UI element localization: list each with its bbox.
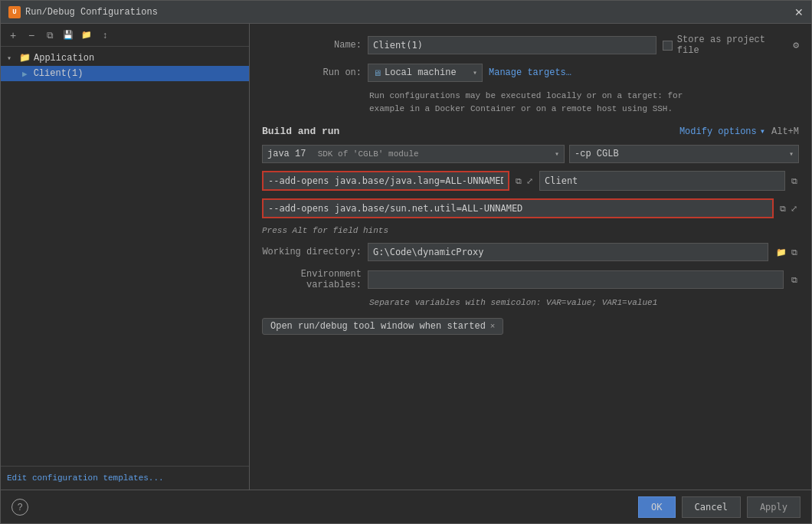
vm-options-row1: ⧉ ⤢ ⧉ [262, 171, 799, 191]
tree-label-client: Client(1) [34, 68, 83, 79]
gear-icon[interactable]: ⚙ [793, 39, 799, 51]
store-project-checkbox[interactable] [663, 41, 673, 51]
main-class-icon[interactable]: ⧉ [790, 175, 799, 188]
remove-config-button[interactable]: − [24, 28, 39, 43]
build-run-section-header: Build and run Modify options ▾ Alt+M [262, 126, 799, 137]
vm-options-copy-icon2[interactable]: ⧉ [778, 202, 787, 215]
run-on-dropdown[interactable]: 🖥 Local machine ▾ [368, 64, 483, 82]
vm-options-input1[interactable] [262, 171, 509, 191]
cancel-button[interactable]: Cancel [682, 496, 741, 518]
sdk-label: java 17 [267, 149, 306, 159]
env-vars-label: Environment variables: [262, 269, 362, 290]
name-row: Name: Store as project file ⚙ [262, 34, 799, 56]
dir-icons: 📁 ⧉ [774, 246, 799, 259]
sdk-dropdown[interactable]: java 17 SDK of 'CGLB' module ▾ [262, 145, 565, 163]
separate-vars-hint: Separate variables with semicolon: VAR=v… [369, 298, 799, 307]
working-dir-row: Working directory: 📁 ⧉ [262, 243, 799, 261]
store-project-label: Store as project file [677, 34, 788, 56]
local-machine-label: Local machine [385, 67, 457, 78]
right-panel: Name: Store as project file ⚙ Run on: 🖥 … [250, 24, 811, 490]
vm-options-copy-icon1[interactable]: ⧉ [514, 175, 523, 188]
modify-options-shortcut: Alt+M [771, 126, 799, 137]
name-label: Name: [262, 40, 362, 51]
apply-button[interactable]: Apply [747, 496, 801, 518]
vm-options-expand-icon1[interactable]: ⤢ [525, 175, 535, 188]
run-debug-tag: Open run/debug tool window when started … [262, 318, 503, 335]
title-bar: U Run/Debug Configurations ✕ [1, 1, 811, 24]
title-bar-left: U Run/Debug Configurations [8, 6, 158, 18]
cp-label: -cp CGLB [575, 149, 619, 159]
run-on-label: Run on: [262, 67, 362, 78]
config-icon: ▶ [22, 69, 28, 79]
help-button[interactable]: ? [11, 499, 28, 516]
vm-options-icons2: ⧉ ⤢ [778, 202, 799, 215]
sdk-dropdown-arrow: ▾ [555, 149, 559, 159]
edit-templates-link[interactable]: Edit configuration templates... [7, 473, 164, 483]
ok-button[interactable]: OK [638, 496, 675, 518]
vm-options-icons1: ⧉ ⤢ [514, 175, 535, 188]
run-debug-tag-label: Open run/debug tool window when started [270, 321, 486, 332]
run-on-description: Run configurations may be executed local… [369, 90, 799, 115]
machine-icon: 🖥 [373, 68, 381, 78]
vm-options-row2: ⧉ ⤢ [262, 198, 799, 218]
run-debug-dialog: U Run/Debug Configurations ✕ + − ⧉ 💾 📁 ↕… [0, 0, 812, 524]
env-vars-copy-icon[interactable]: ⧉ [790, 273, 799, 287]
cp-dropdown[interactable]: -cp CGLB ▾ [569, 145, 799, 163]
left-panel-footer: Edit configuration templates... [1, 466, 249, 490]
folder-config-button[interactable]: 📁 [79, 28, 94, 43]
run-debug-tag-close[interactable]: × [490, 322, 496, 331]
tree-item-client[interactable]: ▶ Client(1) [1, 66, 249, 81]
copy-config-button[interactable]: ⧉ [42, 28, 57, 43]
close-button[interactable]: ✕ [794, 6, 804, 18]
cp-dropdown-arrow: ▾ [789, 149, 794, 159]
name-input[interactable] [368, 36, 656, 54]
working-dir-label: Working directory: [262, 247, 362, 257]
env-vars-row: Environment variables: ⧉ [262, 269, 799, 290]
tree-label-application: Application [34, 53, 94, 64]
manage-targets-link[interactable]: Manage targets… [489, 67, 571, 78]
build-run-title: Build and run [262, 126, 339, 137]
bottom-bar: ? OK Cancel Apply [1, 490, 811, 523]
run-on-row: Run on: 🖥 Local machine ▾ Manage targets… [262, 64, 799, 82]
modify-options-label: Modify options [679, 126, 757, 137]
main-class-input[interactable] [539, 171, 785, 191]
config-tree: ▾ 📁 Application ▶ Client(1) [1, 47, 249, 466]
sdk-sublabel: SDK of 'CGLB' module [318, 149, 419, 159]
hint-text: Press Alt for field hints [262, 226, 799, 235]
vm-options-expand-icon2[interactable]: ⤢ [789, 202, 799, 215]
tag-row: Open run/debug tool window when started … [262, 318, 799, 335]
folder-icon: 📁 [19, 52, 31, 64]
dialog-title: Run/Debug Configurations [25, 7, 158, 18]
working-dir-input[interactable] [368, 243, 768, 261]
vm-options-input2[interactable] [262, 198, 774, 218]
tree-arrow-application: ▾ [7, 54, 16, 63]
main-content: + − ⧉ 💾 📁 ↕ ▾ 📁 Application ▶ Client(1) [1, 24, 811, 490]
tree-item-application[interactable]: ▾ 📁 Application [1, 50, 249, 66]
name-row-right: Store as project file ⚙ [663, 34, 799, 56]
sdk-row: java 17 SDK of 'CGLB' module ▾ -cp CGLB … [262, 145, 799, 163]
left-panel: + − ⧉ 💾 📁 ↕ ▾ 📁 Application ▶ Client(1) [1, 24, 250, 490]
modify-options-link[interactable]: Modify options ▾ Alt+M [679, 126, 799, 137]
sort-config-button[interactable]: ↕ [97, 28, 113, 43]
working-dir-copy-icon[interactable]: ⧉ [790, 246, 799, 259]
working-dir-folder-icon[interactable]: 📁 [774, 246, 788, 259]
app-icon: U [8, 6, 21, 18]
modify-options-arrow: ▾ [760, 126, 765, 137]
env-vars-input[interactable] [368, 270, 784, 289]
action-buttons: OK Cancel Apply [638, 496, 801, 518]
dropdown-arrow: ▾ [473, 68, 477, 77]
add-config-button[interactable]: + [5, 28, 21, 43]
save-config-button[interactable]: 💾 [61, 28, 76, 43]
store-project-checkbox-label: Store as project file [663, 34, 788, 56]
toolbar: + − ⧉ 💾 📁 ↕ [1, 24, 249, 47]
